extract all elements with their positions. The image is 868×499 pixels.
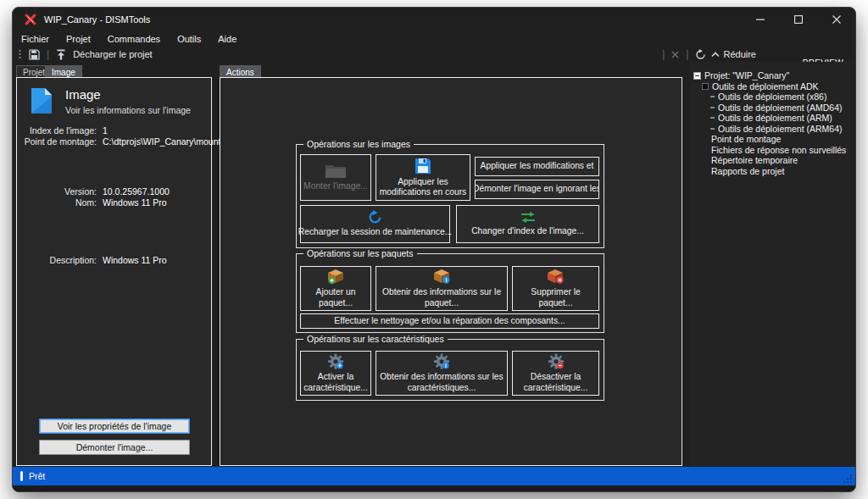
refresh-blue-icon (368, 210, 382, 225)
get-package-info-button[interactable]: i Obtenir des informations sur le paquet… (376, 266, 508, 311)
group-title: Opérations sur les caractéristiques (303, 334, 448, 344)
panel-title: Image (65, 87, 101, 102)
tree-item-answer-files[interactable]: Fichiers de réponse non surveillés (711, 145, 846, 155)
tree-collapse-icon[interactable] (693, 72, 701, 80)
button-label: Monter l'image... (303, 181, 368, 191)
button-label: Appliquer les modifications en cours (379, 177, 467, 198)
close-button[interactable] (817, 8, 855, 31)
resize-grip[interactable] (843, 474, 853, 484)
unmount-image-button[interactable]: Démonter l'image... (39, 440, 190, 455)
svg-text:i: i (445, 363, 447, 369)
disable-feature-button[interactable]: Désactiver la caractéristique... (512, 351, 599, 396)
tree-item-label: Répertoire temporaire (711, 155, 798, 165)
button-label: Voir les propriétés de l'image (58, 421, 172, 431)
view-image-properties-button[interactable]: Voir les propriétés de l'image (39, 419, 190, 434)
group-title: Opérations sur les paquets (303, 248, 417, 258)
menu-outils[interactable]: Outils (169, 32, 209, 46)
menu-fichier[interactable]: Fichier (13, 32, 58, 46)
collapse-panel-button[interactable]: Réduire (709, 49, 759, 59)
enable-feature-button[interactable]: Activer la caractéristique... (300, 351, 371, 396)
field-image-index: Index de l'image: 1 (17, 125, 211, 136)
window-bottom-edge (13, 485, 855, 491)
dismiss-icon (671, 51, 679, 58)
tree-item-label: Outils de déploiement (AMD64) (718, 103, 842, 113)
toolbar-separator: | (662, 48, 665, 60)
field-label: Description: (17, 255, 97, 265)
save-icon (29, 49, 40, 60)
tree-item-label: Outils de déploiement ADK (712, 81, 819, 91)
button-label: Activer la caractéristique... (303, 372, 368, 393)
tree-item-label: Outils de déploiement (ARM) (718, 113, 832, 123)
toolbar-grip-handle[interactable] (19, 49, 21, 60)
remove-package-button[interactable]: Supprimer le paquet... (512, 266, 599, 311)
field-value: C:\dtprojs\WIP_Canary\mount (103, 136, 220, 147)
field-value: 10.0.25967.1000 (103, 186, 170, 197)
tree-node-icon[interactable] (702, 83, 709, 90)
gear-info-icon: i (433, 353, 450, 369)
unmount-discard-button[interactable]: Démonter l'image en ignorant les (475, 180, 599, 199)
panel-subtitle: Voir les informations sur l'image (65, 105, 191, 115)
unload-project-label[interactable]: Décharger le projet (73, 49, 153, 59)
stop-button[interactable] (669, 51, 682, 58)
menu-projet[interactable]: Projet (58, 32, 99, 46)
field-label: Index de l'image: (17, 125, 97, 136)
tree-item-deploy-arm64[interactable]: Outils de déploiement (ARM64) (710, 124, 842, 134)
tree-root-project[interactable]: Projet: "WIP_Canary" (693, 70, 789, 80)
maximize-button[interactable] (779, 8, 817, 31)
menu-commandes[interactable]: Commandes (99, 32, 169, 46)
menu-aide[interactable]: Aide (209, 32, 245, 46)
field-value: 1 (103, 125, 108, 136)
button-label: Obtenir des informations sur les caracté… (379, 372, 504, 393)
tree-item-label: Fichiers de réponse non surveillés (711, 145, 846, 155)
tree-root-label: Projet: "WIP_Canary" (704, 70, 789, 80)
mount-image-button[interactable]: Monter l'image... (300, 154, 371, 201)
tree-item-adk[interactable]: Outils de déploiement ADK (702, 81, 819, 91)
tree-item-label: Outils de déploiement (x86) (718, 91, 826, 102)
reload-servicing-session-button[interactable]: Recharger la session de maintenance... (300, 205, 450, 243)
unload-project-button[interactable] (53, 49, 69, 60)
component-cleanup-button[interactable]: Effectuer le nettoyage et/ou la réparati… (300, 313, 599, 329)
gear-enable-icon (327, 353, 344, 369)
button-label: Démonter l'image en ignorant les (475, 184, 599, 194)
maximize-icon (794, 15, 803, 24)
tree-item-deploy-amd64[interactable]: Outils de déploiement (AMD64) (710, 103, 842, 113)
package-info-icon: i (433, 269, 451, 285)
tree-item-mount-point[interactable]: Point de montage (711, 134, 781, 144)
minimize-button[interactable] (741, 8, 779, 31)
button-label: Effectuer le nettoyage et/ou la réparati… (334, 316, 565, 326)
tree-item-deploy-arm[interactable]: Outils de déploiement (ARM) (710, 113, 832, 123)
tree-item-temp-dir[interactable]: Répertoire temporaire (711, 155, 798, 165)
save-project-button[interactable] (26, 49, 42, 60)
title-bar: WIP_Canary - DISMTools (13, 8, 855, 31)
get-feature-info-button[interactable]: i Obtenir des informations sur les carac… (376, 351, 508, 396)
tree-leaf-icon (710, 117, 715, 119)
field-value: Windows 11 Pro (103, 255, 167, 265)
collapse-panel-label[interactable]: Réduire (723, 49, 756, 59)
tab-actions[interactable]: Actions (220, 65, 261, 78)
apply-pending-changes-button[interactable]: Appliquer les modifications en cours (376, 154, 470, 201)
field-label: Version: (17, 186, 97, 197)
app-window: WIP_Canary - DISMTools Fichier Projet Co… (12, 7, 856, 492)
close-icon (832, 15, 841, 24)
tree-item-label: Point de montage (711, 134, 781, 144)
button-label: Ajouter un paquet... (303, 287, 368, 308)
project-tree: Projet: "WIP_Canary" Outils de déploieme… (690, 62, 854, 467)
field-label: Point de montage: (17, 136, 97, 147)
status-indicator-icon (20, 471, 23, 481)
tree-leaf-icon (710, 96, 715, 97)
tab-image[interactable]: Image (45, 65, 82, 78)
minimize-icon (756, 15, 765, 24)
tree-item-deploy-x86[interactable]: Outils de déploiement (x86) (710, 91, 826, 102)
add-package-button[interactable]: Ajouter un paquet... (300, 266, 371, 311)
tab-actions-label: Actions (226, 68, 254, 77)
apply-changes-and-button[interactable]: Appliquer les modifications et (475, 157, 599, 176)
tree-item-project-reports[interactable]: Rapports de projet (711, 166, 784, 176)
change-image-index-button[interactable]: Changer d'index de l'image... (456, 205, 599, 243)
field-name: Nom: Windows 11 Pro (17, 197, 211, 208)
gear-disable-icon (548, 353, 565, 369)
group-title: Opérations sur les images (303, 139, 414, 149)
folder-icon (325, 163, 347, 179)
status-text: Prêt (29, 471, 45, 481)
refresh-tree-button[interactable] (693, 49, 709, 60)
field-mount-point: Point de montage: C:\dtprojs\WIP_Canary\… (17, 136, 211, 147)
